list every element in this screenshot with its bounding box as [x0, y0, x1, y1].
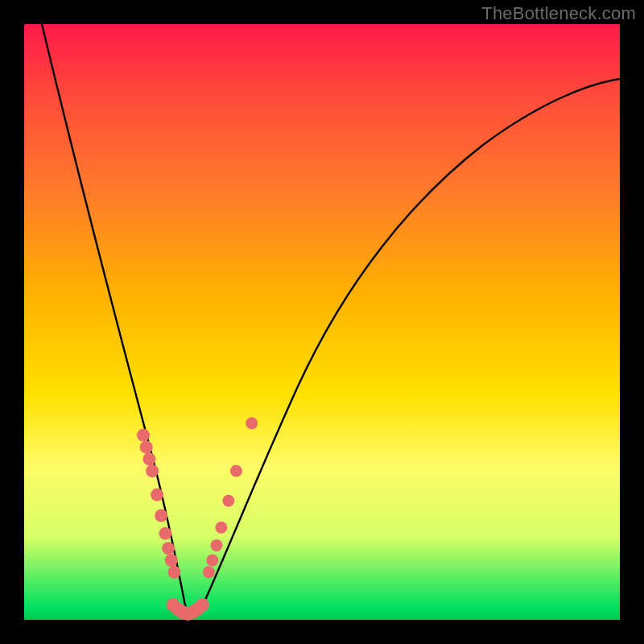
marker-dot	[137, 429, 150, 442]
marker-dot	[230, 465, 242, 477]
marker-dot	[146, 464, 159, 477]
bottleneck-curve	[42, 24, 620, 613]
plot-area	[24, 24, 620, 620]
marker-dot	[159, 527, 171, 540]
marker-dot	[140, 440, 153, 453]
marker-dot	[142, 452, 155, 465]
marker-dot	[155, 510, 167, 522]
marker-dot	[203, 566, 215, 578]
marker-dot	[168, 566, 181, 579]
outer-frame: TheBottleneck.com	[0, 0, 644, 644]
marker-dot	[151, 489, 163, 502]
watermark-text: TheBottleneck.com	[481, 3, 636, 24]
marker-dot	[215, 522, 227, 534]
marker-dot	[246, 417, 258, 429]
marker-dot	[196, 598, 209, 612]
marker-dot	[222, 495, 234, 507]
marker-dot	[206, 555, 218, 567]
marker-dot	[211, 539, 223, 551]
marker-dot	[162, 542, 175, 555]
marker-dot	[165, 554, 178, 567]
chart-svg	[24, 24, 620, 620]
